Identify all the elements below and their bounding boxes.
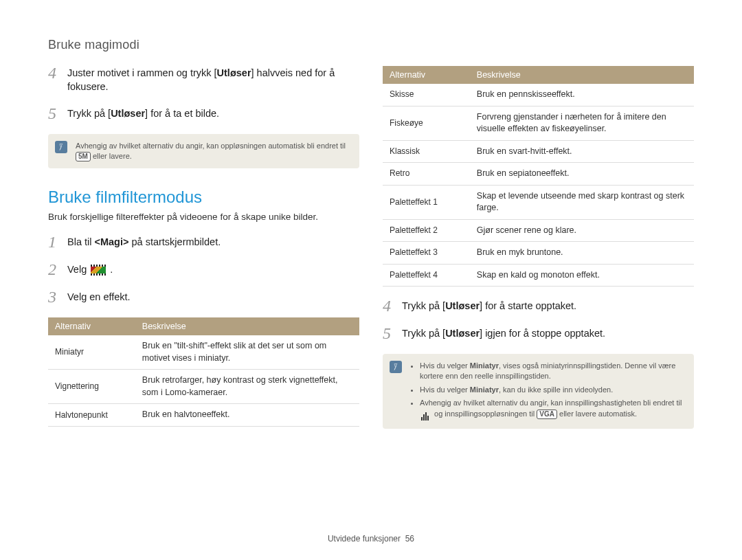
step-5-stop-recording: 5 Trykk på [Utløser] igjen for å stoppe …: [383, 326, 694, 341]
film-filter-icon: [91, 265, 106, 275]
note-text: eller lavere.: [93, 152, 132, 160]
table-row: Paletteffekt 2Gjør scener rene og klare.: [383, 219, 694, 242]
page-number: 56: [405, 534, 414, 544]
step-text: Velg .: [67, 262, 113, 278]
footer-label: Utvidede funksjoner: [328, 534, 401, 544]
step-text: Bla til <Magi> på startskjermbildet.: [67, 235, 221, 250]
step-number: 1: [48, 234, 60, 250]
table-row: SkisseBruk en pennskisseeffekt.: [383, 84, 694, 106]
note-bullet: Avhengig av hvilket alternativ du angir,…: [420, 398, 684, 419]
vga-icon: VGA: [537, 410, 557, 419]
table-row: KlassiskBruk en svart-hvitt-effekt.: [383, 140, 694, 163]
right-column: Alternativ Beskrivelse SkisseBruk en pen…: [383, 66, 694, 441]
col-header: Alternativ: [48, 317, 135, 335]
step-text: Juster motivet i rammen og trykk [Utløse…: [67, 66, 359, 94]
step-number: 3: [48, 289, 60, 305]
step-number: 4: [48, 65, 60, 94]
note-bullet: Hvis du velger Miniatyr, kan du ikke spi…: [420, 385, 684, 395]
table-row: Paletteffekt 1Skap et levende utseende m…: [383, 185, 694, 219]
options-table-left: Alternativ Beskrivelse MiniatyrBruk en "…: [48, 317, 359, 427]
left-column: 4 Juster motivet i rammen og trykk [Utlø…: [48, 66, 359, 441]
section-heading: Bruke filmfiltermodus: [48, 188, 359, 207]
table-row: Paletteffekt 4Skap en kald og monoton ef…: [383, 264, 694, 287]
step-number: 5: [383, 325, 395, 341]
options-table-right: Alternativ Beskrivelse SkisseBruk en pen…: [383, 66, 694, 287]
note-bullet: Hvis du velger Miniatyr, vises også mini…: [420, 361, 684, 382]
table-row: HalvtonepunktBruk en halvtoneeffekt.: [48, 404, 359, 427]
table-row: FiskeøyeForvreng gjenstander i nærheten …: [383, 106, 694, 140]
step-3-select-effect: 3 Velg en effekt.: [48, 290, 359, 305]
step-text: Trykk på [Utløser] for å starte opptaket…: [402, 299, 576, 314]
step-2-select-icon: 2 Velg .: [48, 262, 359, 278]
step-number: 4: [383, 298, 395, 314]
step-text: Velg en effekt.: [67, 290, 131, 305]
equalizer-icon: [421, 410, 431, 418]
col-header: Beskrivelse: [470, 66, 694, 84]
info-note: Avhengig av hvilket alternativ du angir,…: [48, 134, 359, 169]
step-4-start-recording: 4 Trykk på [Utløser] for å starte opptak…: [383, 299, 694, 314]
step-4-focus: 4 Juster motivet i rammen og trykk [Utlø…: [48, 66, 359, 94]
col-header: Alternativ: [383, 66, 470, 84]
step-text: Trykk på [Utløser] igjen for å stoppe op…: [402, 326, 605, 341]
two-column-layout: 4 Juster motivet i rammen og trykk [Utlø…: [48, 66, 694, 441]
info-icon: [390, 361, 402, 373]
table-row: Paletteffekt 3Bruk en myk bruntone.: [383, 242, 694, 265]
table-row: RetroBruk en sepiatoneeffekt.: [383, 163, 694, 186]
info-icon: [55, 141, 67, 153]
info-note: Hvis du velger Miniatyr, vises også mini…: [383, 354, 694, 429]
note-text: Avhengig av hvilket alternativ du angir,…: [76, 142, 346, 150]
page: Bruke magimodi 4 Juster motivet i rammen…: [0, 0, 742, 560]
section-subheading: Bruk forskjellige filtereffekter på vide…: [48, 211, 359, 224]
step-number: 5: [48, 105, 60, 122]
page-footer: Utvidede funksjoner 56: [0, 534, 742, 544]
table-row: MiniatyrBruk en "tilt-shift"-effekt slik…: [48, 335, 359, 370]
step-number: 2: [48, 261, 60, 278]
col-header: Beskrivelse: [135, 317, 359, 335]
table-row: VignetteringBruk retrofarger, høy kontra…: [48, 370, 359, 404]
step-5-capture: 5 Trykk på [Utløser] for å ta et bilde.: [48, 107, 359, 122]
step-1-navigate: 1 Bla til <Magi> på startskjermbildet.: [48, 235, 359, 250]
step-text: Trykk på [Utløser] for å ta et bilde.: [67, 107, 219, 122]
resolution-icon: 5M: [76, 152, 91, 161]
header-title: Bruke magimodi: [48, 38, 694, 52]
